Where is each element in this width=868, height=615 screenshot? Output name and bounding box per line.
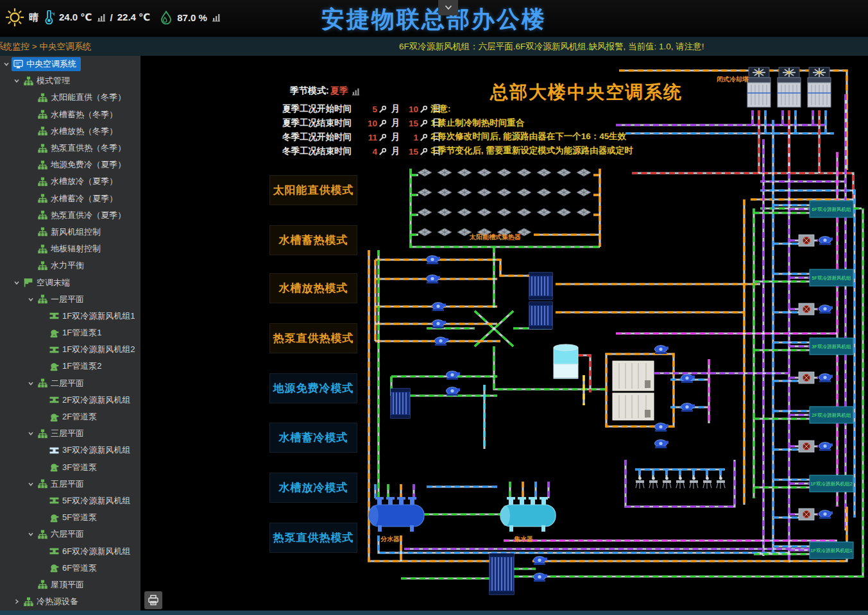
- tree-item-body[interactable]: 空调末端: [22, 276, 74, 290]
- tree-item[interactable]: 屋顶平面: [0, 577, 140, 593]
- tree-item[interactable]: 水槽放热（冬季）: [0, 123, 140, 140]
- tree-item-body[interactable]: 中央空调系统: [12, 57, 81, 71]
- mode-button[interactable]: 水槽蓄热模式: [269, 225, 357, 255]
- tree-item-body[interactable]: 二层平面: [36, 376, 89, 391]
- tree-expander[interactable]: [26, 379, 36, 388]
- floor-unit[interactable]: 6F双冷源新风机组: [810, 201, 853, 217]
- tree-item-body[interactable]: 1F管道泵2: [47, 359, 106, 373]
- pump[interactable]: [427, 275, 441, 283]
- heat-exchanger[interactable]: [529, 273, 552, 299]
- floor-unit[interactable]: 1F双冷源新风机组2: [810, 475, 853, 492]
- tree-item[interactable]: 一层平面: [0, 291, 140, 308]
- pump[interactable]: [819, 237, 833, 245]
- tree-item-body[interactable]: 3F双冷源新风机组: [47, 443, 135, 457]
- wrench-edit-icon[interactable]: [420, 133, 428, 142]
- pump[interactable]: [534, 557, 548, 565]
- chiller[interactable]: [613, 361, 654, 391]
- pump[interactable]: [819, 305, 833, 314]
- tree-expander[interactable]: [12, 76, 22, 85]
- tree-item-body[interactable]: 屋顶平面: [36, 578, 89, 592]
- tree-item[interactable]: 模式管理: [0, 72, 140, 89]
- tree-expander[interactable]: [26, 429, 36, 438]
- tree-item-body[interactable]: 3F管道泵: [47, 460, 101, 475]
- wrench-edit-icon[interactable]: [420, 147, 428, 156]
- tree-item[interactable]: 热泵直供冷（夏季）: [0, 207, 140, 224]
- manifold-distributor[interactable]: [369, 497, 424, 532]
- tree-item-body[interactable]: 三层平面: [36, 426, 89, 441]
- tree-item-body[interactable]: 一层平面: [36, 292, 89, 307]
- tree-item-body[interactable]: 6F双冷源新风机组: [47, 544, 135, 559]
- tree-item[interactable]: 6F双冷源新风机组: [0, 543, 140, 559]
- tree-item[interactable]: 水槽蓄热（冬季）: [0, 106, 140, 123]
- tree-item[interactable]: 3F双冷源新风机组: [0, 442, 140, 459]
- wrench-edit-icon[interactable]: [379, 133, 387, 142]
- pump[interactable]: [681, 403, 695, 412]
- chiller[interactable]: [613, 393, 654, 420]
- tree-item[interactable]: 热泵直供热（冬季）: [0, 140, 140, 156]
- tree-expander[interactable]: [12, 597, 22, 606]
- pump[interactable]: [655, 423, 669, 432]
- floor-ahu[interactable]: [799, 372, 814, 383]
- tree-item[interactable]: 中央空调系统: [0, 56, 140, 72]
- tree-item-body[interactable]: 六层平面: [36, 527, 89, 541]
- tree-item-body[interactable]: 热泵直供冷（夏季）: [36, 208, 130, 223]
- floor-ahu[interactable]: [799, 235, 814, 246]
- floor-unit[interactable]: 3F双冷源新风机组: [810, 338, 853, 355]
- tree-item[interactable]: 新风机组控制: [0, 224, 140, 240]
- tree-item-body[interactable]: 水槽蓄热（冬季）: [36, 108, 122, 122]
- pump[interactable]: [681, 375, 695, 383]
- tree-item-body[interactable]: 水槽蓄冷（夏季）: [36, 192, 122, 206]
- tree-item[interactable]: 6F管道泵: [0, 560, 140, 577]
- pump[interactable]: [655, 440, 669, 448]
- tree-item-body[interactable]: 1F双冷源新风机组1: [47, 309, 139, 323]
- mode-button[interactable]: 热泵直供热模式: [269, 523, 357, 553]
- breadcrumb[interactable]: 系统监控 > 中央空调系统: [0, 41, 91, 53]
- heat-exchanger[interactable]: [391, 389, 410, 418]
- pump[interactable]: [447, 387, 461, 396]
- pump[interactable]: [819, 374, 833, 382]
- tree-item-body[interactable]: 地板辐射控制: [36, 242, 105, 256]
- pump[interactable]: [435, 337, 449, 346]
- tree-item[interactable]: 五层平面: [0, 476, 140, 493]
- pump[interactable]: [432, 303, 447, 311]
- tree-item[interactable]: 水槽放冷（夏季）: [0, 173, 140, 190]
- tree-item[interactable]: 地源免费冷（夏季）: [0, 156, 140, 173]
- pump[interactable]: [819, 442, 833, 451]
- pump[interactable]: [534, 573, 548, 582]
- tree-item-body[interactable]: 热泵直供热（冬季）: [36, 141, 130, 155]
- tree-item-body[interactable]: 模式管理: [22, 74, 74, 88]
- tree-item-body[interactable]: 1F双冷源新风机组2: [47, 342, 139, 357]
- tree-item[interactable]: 二层平面: [0, 375, 140, 392]
- tree-expander[interactable]: [26, 530, 36, 539]
- cooling-tower[interactable]: [808, 67, 831, 107]
- tree-item-body[interactable]: 水槽放冷（夏季）: [36, 174, 122, 189]
- floor-unit[interactable]: 1F双冷源新风机组1: [810, 542, 853, 559]
- tree-item-body[interactable]: 6F管道泵: [47, 561, 101, 575]
- tree-item-body[interactable]: 太阳能直供（冬季）: [36, 90, 130, 105]
- manifold-collector[interactable]: [500, 497, 556, 532]
- tree-expander[interactable]: [26, 480, 36, 489]
- pump[interactable]: [427, 256, 441, 264]
- tree-item[interactable]: 1F管道泵1: [0, 324, 140, 341]
- tree-item[interactable]: 六层平面: [0, 526, 140, 543]
- tree-item[interactable]: 太阳能直供（冬季）: [0, 89, 140, 106]
- heat-exchanger[interactable]: [529, 302, 552, 329]
- tree-item[interactable]: 空调末端: [0, 274, 140, 291]
- tree-item[interactable]: 2F管道泵: [0, 409, 140, 425]
- tree-item-body[interactable]: 2F管道泵: [47, 410, 101, 424]
- mode-button[interactable]: 太阳能直供模式: [269, 175, 357, 205]
- floor-unit[interactable]: 2F双冷源新风机组: [810, 407, 853, 423]
- tree-item[interactable]: 2F双冷源新风机组: [0, 392, 140, 409]
- mode-button[interactable]: 热泵直供热模式: [269, 323, 357, 353]
- tree-item[interactable]: 地板辐射控制: [0, 240, 140, 257]
- mode-button[interactable]: 水槽放热模式: [269, 273, 357, 303]
- tree-item-body[interactable]: 1F管道泵1: [47, 326, 106, 340]
- pump[interactable]: [819, 510, 833, 519]
- tree-item-body[interactable]: 水槽放热（冬季）: [36, 124, 122, 139]
- heat-exchanger[interactable]: [489, 553, 514, 594]
- tree-item[interactable]: 3F管道泵: [0, 459, 140, 476]
- tree-item[interactable]: 三层平面: [0, 425, 140, 442]
- tree-item[interactable]: 水槽蓄冷（夏季）: [0, 190, 140, 207]
- tree-item-body[interactable]: 冷热源设备: [22, 594, 83, 609]
- floor-ahu[interactable]: [799, 303, 814, 315]
